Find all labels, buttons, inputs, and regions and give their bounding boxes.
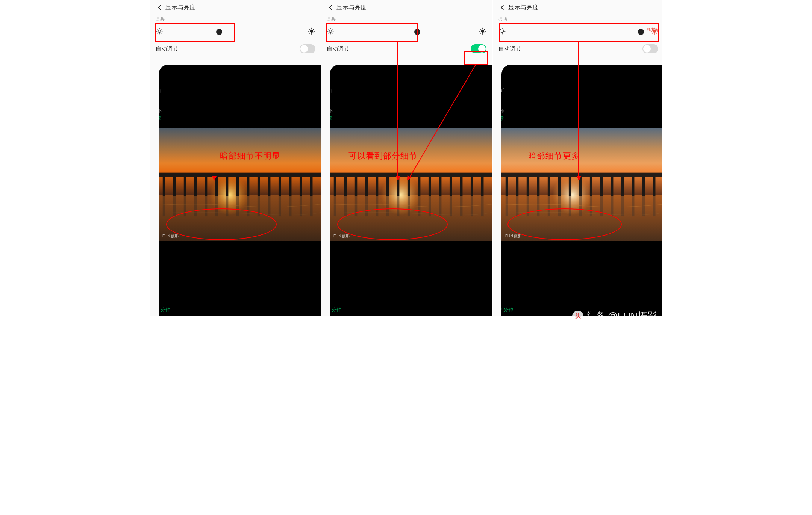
svg-rect-92 — [418, 177, 420, 196]
svg-rect-97 — [439, 196, 441, 216]
svg-rect-154 — [632, 177, 634, 196]
svg-rect-104 — [481, 177, 483, 196]
svg-rect-150 — [611, 177, 613, 196]
svg-rect-138 — [548, 177, 550, 196]
svg-rect-100 — [460, 177, 462, 196]
svg-rect-45 — [279, 196, 281, 216]
svg-rect-158 — [653, 177, 655, 196]
auto-adjust-toggle[interactable] — [642, 44, 658, 53]
svg-rect-102 — [471, 177, 473, 196]
svg-rect-77 — [334, 196, 336, 216]
svg-rect-130 — [506, 177, 508, 196]
svg-rect-47 — [289, 196, 291, 216]
svg-rect-26 — [184, 177, 186, 196]
svg-rect-157 — [642, 196, 645, 216]
svg-rect-64 — [482, 28, 483, 29]
watermark-logo-icon: 头 — [572, 311, 583, 322]
photo-preview: 屏环标FUN 摄影2 分钟 — [159, 65, 321, 316]
brightness-high-icon — [308, 27, 315, 36]
brightness-high-icon — [479, 27, 486, 36]
svg-rect-50 — [310, 177, 312, 196]
svg-rect-103 — [471, 196, 473, 216]
svg-rect-80 — [355, 177, 357, 196]
svg-rect-131 — [506, 196, 508, 216]
svg-rect-98 — [450, 177, 452, 196]
watermark-handle: @FUN摄影 — [607, 310, 657, 323]
svg-rect-155 — [632, 196, 634, 216]
svg-rect-105 — [481, 196, 483, 216]
svg-rect-70 — [480, 29, 482, 30]
annotation-arrow — [214, 42, 214, 180]
svg-rect-40 — [258, 177, 260, 196]
svg-rect-10 — [311, 28, 312, 29]
svg-rect-76 — [334, 177, 336, 196]
auto-adjust-label: 自动调节 — [498, 45, 521, 53]
svg-rect-34 — [226, 177, 228, 196]
svg-rect-69 — [480, 33, 482, 34]
svg-rect-38 — [247, 177, 249, 196]
annotation-box — [464, 51, 488, 65]
photo-watermark: FUN 摄影 — [333, 234, 350, 239]
svg-rect-68 — [484, 29, 486, 30]
page-title: 显示与亮度 — [508, 4, 538, 12]
brightness-section-label: 亮度 — [493, 15, 662, 23]
svg-rect-28 — [194, 177, 197, 196]
svg-rect-16 — [309, 29, 311, 30]
svg-rect-82 — [365, 177, 368, 196]
panel-header: 显示与亮度 — [493, 0, 662, 15]
svg-rect-21 — [159, 173, 321, 177]
svg-rect-142 — [569, 177, 571, 196]
photo-watermark: FUN 摄影 — [505, 234, 521, 239]
svg-rect-148 — [600, 177, 603, 196]
timer-label: 2 分钟 — [159, 307, 170, 313]
timer-label: 2 分钟 — [330, 307, 341, 313]
svg-rect-15 — [309, 33, 311, 34]
svg-rect-43 — [268, 196, 270, 216]
svg-rect-159 — [653, 196, 655, 216]
back-icon[interactable] — [154, 2, 165, 13]
svg-rect-94 — [429, 177, 431, 196]
annotation-ellipse — [166, 208, 277, 240]
page-title: 显示与亮度 — [336, 4, 367, 12]
svg-rect-23 — [163, 196, 165, 216]
svg-rect-17 — [313, 33, 315, 34]
svg-rect-79 — [344, 196, 347, 216]
auto-adjust-label: 自动调节 — [156, 45, 178, 53]
annotation-text: 暗部细节不明显 — [220, 150, 280, 162]
watermark-prefix: 头条 — [586, 310, 605, 323]
svg-rect-11 — [311, 33, 312, 35]
svg-rect-152 — [621, 177, 624, 196]
auto-adjust-label: 自动调节 — [327, 45, 349, 53]
panel-header: 显示与亮度 — [150, 0, 321, 15]
annotation-ellipse — [508, 208, 622, 240]
back-icon[interactable] — [497, 2, 508, 13]
back-icon[interactable] — [325, 2, 336, 13]
svg-rect-42 — [268, 177, 270, 196]
svg-rect-146 — [590, 177, 592, 196]
annotation-ellipse — [337, 208, 448, 240]
annotation-box — [155, 23, 235, 42]
svg-rect-136 — [537, 177, 539, 196]
svg-point-9 — [310, 30, 313, 33]
svg-rect-151 — [611, 196, 613, 216]
svg-rect-86 — [386, 177, 389, 196]
photo-watermark: FUN 摄影 — [162, 234, 179, 239]
annotation-arrow-head — [577, 176, 581, 181]
photo-preview: 屏环标FUN 摄影2 分钟 — [330, 65, 492, 316]
svg-rect-48 — [300, 177, 302, 196]
svg-rect-71 — [484, 33, 486, 34]
page-title: 显示与亮度 — [165, 4, 195, 12]
svg-rect-140 — [558, 177, 561, 196]
annotation-text: 可以看到部分细节 — [348, 150, 418, 162]
svg-rect-129 — [501, 173, 662, 177]
svg-rect-153 — [621, 196, 624, 216]
auto-adjust-toggle[interactable] — [300, 44, 315, 53]
annotation-box — [499, 23, 659, 42]
svg-point-63 — [481, 30, 484, 33]
svg-rect-25 — [173, 196, 176, 216]
annotation-arrow-head — [396, 176, 400, 181]
svg-rect-49 — [300, 196, 302, 216]
svg-rect-44 — [279, 177, 281, 196]
svg-rect-46 — [289, 177, 291, 196]
auto-adjust-row: 自动调节 — [150, 41, 321, 57]
